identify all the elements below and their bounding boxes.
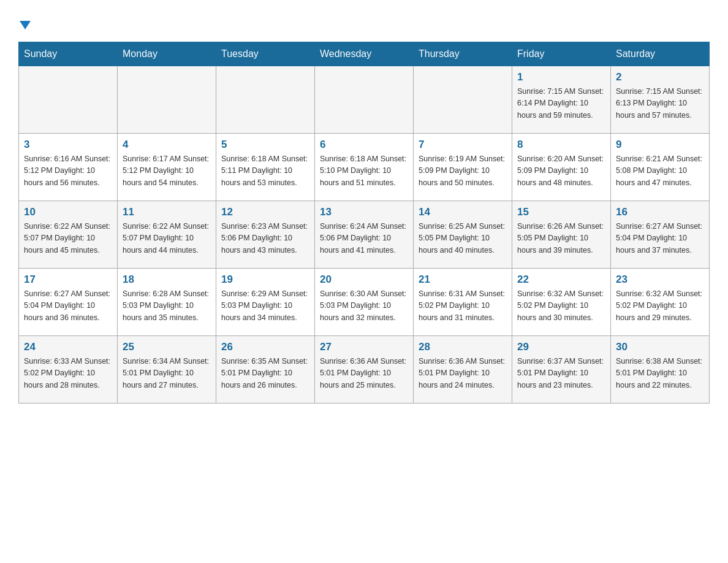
day-number: 8 xyxy=(517,139,605,151)
calendar-cell: 17Sunrise: 6:27 AM Sunset: 5:04 PM Dayli… xyxy=(19,269,118,336)
calendar-cell: 2Sunrise: 7:15 AM Sunset: 6:13 PM Daylig… xyxy=(611,66,710,134)
day-number: 6 xyxy=(320,139,408,151)
day-number: 29 xyxy=(517,341,605,353)
calendar-cell: 30Sunrise: 6:38 AM Sunset: 5:01 PM Dayli… xyxy=(611,336,710,404)
calendar-cell xyxy=(414,66,512,134)
day-number: 10 xyxy=(24,206,112,218)
day-number: 11 xyxy=(123,206,211,218)
calendar-week-1: 1Sunrise: 7:15 AM Sunset: 6:14 PM Daylig… xyxy=(19,66,710,134)
day-info: Sunrise: 6:24 AM Sunset: 5:06 PM Dayligh… xyxy=(320,221,408,256)
calendar-cell xyxy=(19,66,118,134)
day-number: 5 xyxy=(221,139,309,151)
day-number: 7 xyxy=(419,139,507,151)
calendar-cell: 14Sunrise: 6:25 AM Sunset: 5:05 PM Dayli… xyxy=(414,201,512,269)
day-number: 25 xyxy=(123,341,211,353)
weekday-header-friday: Friday xyxy=(512,42,611,66)
day-info: Sunrise: 6:17 AM Sunset: 5:12 PM Dayligh… xyxy=(123,153,211,189)
calendar-cell: 20Sunrise: 6:30 AM Sunset: 5:03 PM Dayli… xyxy=(315,269,414,336)
day-info: Sunrise: 6:27 AM Sunset: 5:04 PM Dayligh… xyxy=(616,221,704,256)
calendar-cell xyxy=(118,66,216,134)
day-info: Sunrise: 6:32 AM Sunset: 5:02 PM Dayligh… xyxy=(517,288,605,324)
day-info: Sunrise: 6:28 AM Sunset: 5:03 PM Dayligh… xyxy=(123,288,211,324)
day-info: Sunrise: 6:34 AM Sunset: 5:01 PM Dayligh… xyxy=(123,356,211,391)
day-number: 24 xyxy=(24,341,112,353)
calendar-cell: 22Sunrise: 6:32 AM Sunset: 5:02 PM Dayli… xyxy=(512,269,611,336)
calendar-cell: 26Sunrise: 6:35 AM Sunset: 5:01 PM Dayli… xyxy=(216,336,315,404)
calendar-week-4: 17Sunrise: 6:27 AM Sunset: 5:04 PM Dayli… xyxy=(19,269,710,336)
day-number: 26 xyxy=(221,341,309,353)
day-number: 12 xyxy=(221,206,309,218)
weekday-header-sunday: Sunday xyxy=(19,42,118,66)
calendar-cell: 10Sunrise: 6:22 AM Sunset: 5:07 PM Dayli… xyxy=(19,201,118,269)
calendar-cell: 7Sunrise: 6:19 AM Sunset: 5:09 PM Daylig… xyxy=(414,134,512,201)
day-info: Sunrise: 6:21 AM Sunset: 5:08 PM Dayligh… xyxy=(616,153,704,189)
day-number: 27 xyxy=(320,341,408,353)
day-number: 17 xyxy=(24,274,112,286)
calendar-cell: 18Sunrise: 6:28 AM Sunset: 5:03 PM Dayli… xyxy=(118,269,216,336)
calendar-cell: 21Sunrise: 6:31 AM Sunset: 5:02 PM Dayli… xyxy=(414,269,512,336)
calendar-cell: 9Sunrise: 6:21 AM Sunset: 5:08 PM Daylig… xyxy=(611,134,710,201)
calendar-cell: 25Sunrise: 6:34 AM Sunset: 5:01 PM Dayli… xyxy=(118,336,216,404)
day-info: Sunrise: 6:36 AM Sunset: 5:01 PM Dayligh… xyxy=(419,356,507,391)
calendar-cell: 13Sunrise: 6:24 AM Sunset: 5:06 PM Dayli… xyxy=(315,201,414,269)
calendar-cell: 1Sunrise: 7:15 AM Sunset: 6:14 PM Daylig… xyxy=(512,66,611,134)
day-info: Sunrise: 7:15 AM Sunset: 6:13 PM Dayligh… xyxy=(616,86,704,121)
day-info: Sunrise: 6:20 AM Sunset: 5:09 PM Dayligh… xyxy=(517,153,605,189)
day-number: 15 xyxy=(517,206,605,218)
logo xyxy=(18,12,31,29)
day-info: Sunrise: 6:26 AM Sunset: 5:05 PM Dayligh… xyxy=(517,221,605,256)
calendar-week-2: 3Sunrise: 6:16 AM Sunset: 5:12 PM Daylig… xyxy=(19,134,710,201)
day-info: Sunrise: 6:18 AM Sunset: 5:11 PM Dayligh… xyxy=(221,153,309,189)
day-number: 3 xyxy=(24,139,112,151)
day-number: 28 xyxy=(419,341,507,353)
day-info: Sunrise: 6:36 AM Sunset: 5:01 PM Dayligh… xyxy=(320,356,408,391)
day-info: Sunrise: 6:23 AM Sunset: 5:06 PM Dayligh… xyxy=(221,221,309,256)
day-info: Sunrise: 6:22 AM Sunset: 5:07 PM Dayligh… xyxy=(24,221,112,256)
day-info: Sunrise: 6:32 AM Sunset: 5:02 PM Dayligh… xyxy=(616,288,704,324)
day-info: Sunrise: 6:22 AM Sunset: 5:07 PM Dayligh… xyxy=(123,221,211,256)
weekday-header-row: SundayMondayTuesdayWednesdayThursdayFrid… xyxy=(19,42,710,66)
logo-triangle-icon xyxy=(20,21,31,29)
calendar-cell: 23Sunrise: 6:32 AM Sunset: 5:02 PM Dayli… xyxy=(611,269,710,336)
calendar-cell: 16Sunrise: 6:27 AM Sunset: 5:04 PM Dayli… xyxy=(611,201,710,269)
calendar-cell xyxy=(315,66,414,134)
calendar-cell: 8Sunrise: 6:20 AM Sunset: 5:09 PM Daylig… xyxy=(512,134,611,201)
calendar-cell: 15Sunrise: 6:26 AM Sunset: 5:05 PM Dayli… xyxy=(512,201,611,269)
day-number: 16 xyxy=(616,206,704,218)
day-info: Sunrise: 6:18 AM Sunset: 5:10 PM Dayligh… xyxy=(320,153,408,189)
day-number: 20 xyxy=(320,274,408,286)
weekday-header-monday: Monday xyxy=(118,42,216,66)
day-number: 14 xyxy=(419,206,507,218)
calendar-cell: 28Sunrise: 6:36 AM Sunset: 5:01 PM Dayli… xyxy=(414,336,512,404)
day-info: Sunrise: 6:33 AM Sunset: 5:02 PM Dayligh… xyxy=(24,356,112,391)
calendar-cell: 6Sunrise: 6:18 AM Sunset: 5:10 PM Daylig… xyxy=(315,134,414,201)
calendar-week-3: 10Sunrise: 6:22 AM Sunset: 5:07 PM Dayli… xyxy=(19,201,710,269)
day-info: Sunrise: 7:15 AM Sunset: 6:14 PM Dayligh… xyxy=(517,86,605,121)
calendar-cell: 24Sunrise: 6:33 AM Sunset: 5:02 PM Dayli… xyxy=(19,336,118,404)
day-info: Sunrise: 6:27 AM Sunset: 5:04 PM Dayligh… xyxy=(24,288,112,324)
day-info: Sunrise: 6:25 AM Sunset: 5:05 PM Dayligh… xyxy=(419,221,507,256)
day-number: 1 xyxy=(517,71,605,83)
calendar-cell: 27Sunrise: 6:36 AM Sunset: 5:01 PM Dayli… xyxy=(315,336,414,404)
day-number: 30 xyxy=(616,341,704,353)
calendar-cell: 19Sunrise: 6:29 AM Sunset: 5:03 PM Dayli… xyxy=(216,269,315,336)
day-number: 21 xyxy=(419,274,507,286)
weekday-header-wednesday: Wednesday xyxy=(315,42,414,66)
calendar-cell: 29Sunrise: 6:37 AM Sunset: 5:01 PM Dayli… xyxy=(512,336,611,404)
day-info: Sunrise: 6:35 AM Sunset: 5:01 PM Dayligh… xyxy=(221,356,309,391)
logo-text xyxy=(18,12,31,32)
day-number: 18 xyxy=(123,274,211,286)
day-info: Sunrise: 6:16 AM Sunset: 5:12 PM Dayligh… xyxy=(24,153,112,189)
weekday-header-tuesday: Tuesday xyxy=(216,42,315,66)
weekday-header-thursday: Thursday xyxy=(414,42,512,66)
day-info: Sunrise: 6:31 AM Sunset: 5:02 PM Dayligh… xyxy=(419,288,507,324)
calendar-cell: 5Sunrise: 6:18 AM Sunset: 5:11 PM Daylig… xyxy=(216,134,315,201)
calendar-cell: 3Sunrise: 6:16 AM Sunset: 5:12 PM Daylig… xyxy=(19,134,118,201)
day-info: Sunrise: 6:38 AM Sunset: 5:01 PM Dayligh… xyxy=(616,356,704,391)
day-info: Sunrise: 6:37 AM Sunset: 5:01 PM Dayligh… xyxy=(517,356,605,391)
weekday-header-saturday: Saturday xyxy=(611,42,710,66)
day-number: 22 xyxy=(517,274,605,286)
day-number: 23 xyxy=(616,274,704,286)
day-number: 4 xyxy=(123,139,211,151)
calendar-table: SundayMondayTuesdayWednesdayThursdayFrid… xyxy=(18,42,710,404)
